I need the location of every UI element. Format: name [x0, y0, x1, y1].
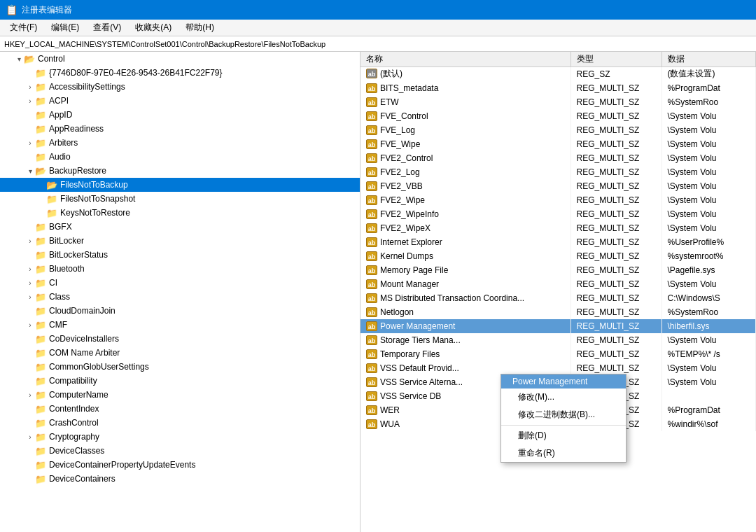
folder-icon: 📁	[35, 264, 48, 274]
tree-item-label: BitLocker	[49, 236, 84, 246]
tree-item[interactable]: 📁BitLockerStatus	[0, 248, 360, 262]
context-menu-item-delete[interactable]: 删除(D)	[501, 427, 626, 444]
cell-type: REG_MULTI_SZ	[570, 277, 662, 291]
tree-item[interactable]: ›📁Bluetooth	[0, 262, 360, 276]
tree-arrow-icon[interactable]: ›	[25, 293, 35, 301]
table-row[interactable]: abVSS Default Provid...REG_MULTI_SZ\Syst…	[360, 361, 756, 375]
table-row[interactable]: abFVE2_ControlREG_MULTI_SZ\System Volu	[360, 151, 756, 165]
cell-data: \System Volu	[662, 123, 756, 137]
tree-item[interactable]: 📁DeviceContainers	[0, 472, 360, 486]
tree-item[interactable]: ▾📂BackupRestore	[0, 164, 360, 178]
tree-arrow-icon[interactable]: ›	[25, 391, 35, 399]
table-row[interactable]: abMemory Page FileREG_MULTI_SZ\Pagefile.…	[360, 263, 756, 277]
context-menu-item-modify[interactable]: 修改(M)...	[501, 388, 626, 406]
tree-item[interactable]: ›📁ComputerName	[0, 388, 360, 402]
tree-item[interactable]: 📁DeviceClasses	[0, 444, 360, 458]
reg-value-icon: ab	[366, 363, 377, 373]
tree-arrow-icon[interactable]: ›	[25, 97, 35, 105]
tree-arrow-icon[interactable]: ›	[25, 237, 35, 245]
cell-name: abMS Distributed Transaction Coordina...	[360, 291, 570, 305]
table-row[interactable]: abKernel DumpsREG_MULTI_SZ%systemroot%	[360, 249, 756, 263]
tree-item[interactable]: ›📁AccessibilitySettings	[0, 80, 360, 94]
tree-item[interactable]: 📁ContentIndex	[0, 402, 360, 416]
table-row[interactable]: abStorage Tiers Mana...REG_MULTI_SZ\Syst…	[360, 333, 756, 347]
tree-item-label: KeysNotToRestore	[60, 208, 130, 218]
table-row[interactable]: abPower ManagementREG_MULTI_SZ\hiberfil.…	[360, 319, 756, 333]
tree-item[interactable]: ›📁Class	[0, 290, 360, 304]
tree-item[interactable]: 📁CommonGlobUserSettings	[0, 360, 360, 374]
table-row[interactable]: abInternet ExplorerREG_MULTI_SZ%UserProf…	[360, 235, 756, 249]
tree-item[interactable]: 📁AppID	[0, 108, 360, 122]
folder-icon: 📂	[35, 166, 48, 176]
tree-item[interactable]: 📁CloudDomainJoin	[0, 304, 360, 318]
menu-item-f[interactable]: 文件(F)	[3, 20, 44, 35]
cell-data: \hiberfil.sys	[662, 319, 756, 333]
folder-icon: 📁	[35, 334, 48, 344]
tree-item[interactable]: ›📁Arbiters	[0, 136, 360, 150]
tree-arrow-icon[interactable]: ›	[25, 321, 35, 329]
tree-item[interactable]: 📁CrashControl	[0, 416, 360, 430]
menu-item-h[interactable]: 帮助(H)	[178, 20, 221, 35]
table-row[interactable]: abFVE_ControlREG_MULTI_SZ\System Volu	[360, 109, 756, 123]
tree-item[interactable]: 📁CoDeviceInstallers	[0, 332, 360, 346]
cell-data: %SystemRoo	[662, 95, 756, 109]
table-row[interactable]: abFVE2_WipeXREG_MULTI_SZ\System Volu	[360, 221, 756, 235]
tree-item[interactable]: 📁BGFX	[0, 220, 360, 234]
table-row[interactable]: abTemporary FilesREG_MULTI_SZ%TEMP%\* /s	[360, 347, 756, 361]
tree-item[interactable]: 📂FilesNotToBackup	[0, 178, 360, 192]
context-menu-item-modify-binary[interactable]: 修改二进制数据(B)...	[501, 406, 626, 424]
tree-item[interactable]: 📁AppReadiness	[0, 122, 360, 136]
tree-item-label: DeviceClasses	[49, 446, 104, 456]
cell-name: abFVE2_Log	[360, 165, 570, 179]
table-row[interactable]: abFVE2_LogREG_MULTI_SZ\System Volu	[360, 165, 756, 179]
tree-arrow-icon[interactable]: ›	[25, 83, 35, 91]
tree-item[interactable]: 📁COM Name Arbiter	[0, 346, 360, 360]
cell-name: abStorage Tiers Mana...	[360, 333, 570, 347]
tree-arrow-icon[interactable]: ▾	[25, 167, 35, 175]
tree-item[interactable]: 📁FilesNotToSnapshot	[0, 192, 360, 206]
col-name: 名称	[360, 52, 570, 67]
table-row[interactable]: abNetlogonREG_MULTI_SZ%SystemRoo	[360, 305, 756, 319]
tree-item-label: Audio	[49, 152, 71, 162]
table-row[interactable]: abFVE2_VBBREG_MULTI_SZ\System Volu	[360, 179, 756, 193]
tree-item[interactable]: ▾📂Control	[0, 52, 360, 66]
folder-icon: 📁	[46, 194, 59, 204]
table-row[interactable]: abFVE_LogREG_MULTI_SZ\System Volu	[360, 123, 756, 137]
tree-arrow-icon[interactable]: ›	[25, 279, 35, 287]
tree-item[interactable]: ›📁Cryptography	[0, 430, 360, 444]
menu-item-v[interactable]: 查看(V)	[86, 20, 128, 35]
cell-name: abETW	[360, 95, 570, 109]
table-row[interactable]: ab(默认)REG_SZ(数值未设置)	[360, 67, 756, 81]
tree-arrow-icon[interactable]: ▾	[14, 55, 24, 63]
table-row[interactable]: abBITS_metadataREG_MULTI_SZ%ProgramDat	[360, 81, 756, 95]
tree-item[interactable]: ›📁BitLocker	[0, 234, 360, 248]
reg-value-icon: ab	[366, 125, 377, 135]
tree-arrow-icon[interactable]: ›	[25, 139, 35, 147]
table-row[interactable]: abFVE2_WipeInfoREG_MULTI_SZ\System Volu	[360, 207, 756, 221]
menu-item-a[interactable]: 收藏夹(A)	[128, 20, 178, 35]
table-row[interactable]: abMount ManagerREG_MULTI_SZ\System Volu	[360, 277, 756, 291]
tree-arrow-icon[interactable]: ›	[25, 265, 35, 273]
table-row[interactable]: abFVE_WipeREG_MULTI_SZ\System Volu	[360, 137, 756, 151]
tree-item[interactable]: ›📁CMF	[0, 318, 360, 332]
table-row[interactable]: abETWREG_MULTI_SZ%SystemRoo	[360, 95, 756, 109]
table-row[interactable]: abFVE2_WipeREG_MULTI_SZ\System Volu	[360, 193, 756, 207]
tree-item[interactable]: 📁Compatibility	[0, 374, 360, 388]
cell-name: abFVE_Control	[360, 109, 570, 123]
tree-item[interactable]: 📁DeviceContainerPropertyUpdateEvents	[0, 458, 360, 472]
table-row[interactable]: abMS Distributed Transaction Coordina...…	[360, 291, 756, 305]
tree-item[interactable]: 📁KeysNotToRestore	[0, 206, 360, 220]
tree-arrow-icon[interactable]: ›	[25, 433, 35, 441]
cell-name: abMount Manager	[360, 277, 570, 291]
tree-item-label: Class	[49, 292, 70, 302]
tree-item[interactable]: ›📁ACPI	[0, 94, 360, 108]
tree-item[interactable]: ›📁CI	[0, 276, 360, 290]
tree-panel[interactable]: ▾📂Control📁{7746D80F-97E0-4E26-9543-26B41…	[0, 52, 360, 532]
tree-item[interactable]: 📁{7746D80F-97E0-4E26-9543-26B41FC22F79}	[0, 66, 360, 80]
context-menu-item-rename[interactable]: 重命名(R)	[501, 444, 626, 462]
tree-item-label: Cryptography	[49, 432, 99, 442]
cell-data: \System Volu	[662, 165, 756, 179]
cell-data: \System Volu	[662, 193, 756, 207]
menu-item-e[interactable]: 编辑(E)	[44, 20, 86, 35]
tree-item[interactable]: 📁Audio	[0, 150, 360, 164]
